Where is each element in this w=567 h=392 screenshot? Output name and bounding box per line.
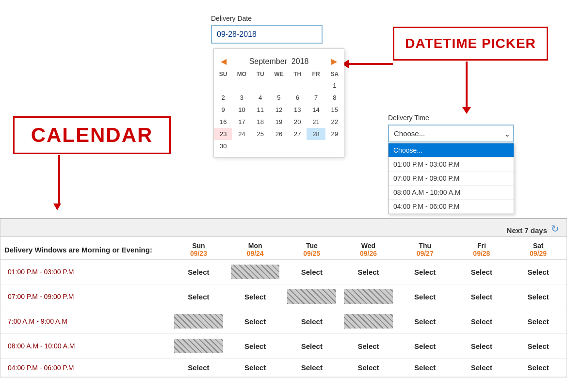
schedule-select-button[interactable]: Select (510, 309, 567, 334)
day-date-sat: 09/29 (514, 250, 563, 257)
schedule-select-button[interactable]: Select (397, 309, 454, 334)
schedule-select-button[interactable]: Select (510, 260, 567, 284)
schedule-col-mon: Mon 09/24 (227, 237, 284, 260)
calendar-day-cell (232, 79, 251, 92)
calendar-day-cell[interactable]: 11 (251, 104, 270, 116)
delivery-time-label: Delivery Time (388, 114, 514, 122)
calendar-day-cell[interactable]: 26 (270, 128, 288, 140)
schedule-section: Next 7 days ↻ Delivery Windows are Morni… (0, 218, 567, 377)
dropdown-option-0800[interactable]: 08:00 A.M - 10:00 A.M (389, 186, 514, 200)
schedule-select-button[interactable]: Select (340, 260, 397, 284)
dropdown-option-choose[interactable]: Choose... (389, 143, 514, 157)
day-name-wed: Wed (361, 242, 375, 250)
schedule-select-button[interactable]: Select (454, 284, 510, 309)
delivery-time-section: Delivery Time Choose... 01:00 P.M - 03:0… (388, 114, 514, 142)
calendar-day-cell[interactable]: 6 (288, 92, 307, 104)
calendar-label-box: CALENDAR (13, 116, 171, 154)
schedule-select-button[interactable]: Select (283, 359, 340, 377)
arrow-line-horizontal (347, 63, 393, 65)
schedule-select-button[interactable]: Select (454, 359, 510, 377)
schedule-select-button[interactable]: Select (283, 334, 340, 359)
calendar-body: 1234567891011121314151617181920212223242… (214, 79, 344, 152)
schedule-time-label: 07:00 P.M - 09:00 P.M (0, 284, 170, 309)
schedule-select-button[interactable]: Select (510, 359, 567, 377)
calendar-day-cell[interactable]: 27 (288, 128, 307, 140)
schedule-select-button[interactable]: Select (170, 260, 227, 284)
calendar-day-cell[interactable]: 16 (214, 116, 232, 128)
calendar-day-cell[interactable]: 10 (232, 104, 251, 116)
calendar-day-cell[interactable]: 7 (307, 92, 325, 104)
schedule-select-button[interactable]: Select (397, 284, 454, 309)
schedule-select-button[interactable]: Select (397, 334, 454, 359)
schedule-hatched-cell (283, 284, 340, 309)
calendar-day-cell[interactable]: 25 (251, 128, 270, 140)
delivery-time-dropdown: Choose... 01:00 P.M - 03:00 P.M 07:00 P.… (388, 143, 514, 214)
calendar-day-cell[interactable]: 15 (325, 104, 344, 116)
calendar-day-cell[interactable]: 28 (307, 128, 325, 140)
prev-month-button[interactable]: ◀ (219, 57, 228, 66)
calendar-day-cell (270, 79, 288, 92)
calendar-day-cell[interactable]: 14 (307, 104, 325, 116)
schedule-select-button[interactable]: Select (227, 284, 284, 309)
calendar-day-cell[interactable]: 23 (214, 128, 232, 140)
calendar-day-cell (307, 140, 325, 152)
calendar-day-cell[interactable]: 17 (232, 116, 251, 128)
schedule-select-button[interactable]: Select (283, 309, 340, 334)
schedule-select-button[interactable]: Select (227, 359, 284, 377)
schedule-select-button[interactable]: Select (227, 309, 284, 334)
calendar-day-cell[interactable]: 30 (214, 140, 232, 152)
calendar-day-cell[interactable]: 3 (232, 92, 251, 104)
calendar-day-cell (288, 140, 307, 152)
calendar-day-cell[interactable]: 18 (251, 116, 270, 128)
delivery-date-input[interactable] (211, 25, 323, 44)
schedule-select-button[interactable]: Select (283, 260, 340, 284)
calendar-day-cell[interactable]: 13 (288, 104, 307, 116)
calendar-day-cell[interactable]: 22 (325, 116, 344, 128)
schedule-select-button[interactable]: Select (397, 260, 454, 284)
schedule-select-button[interactable]: Select (340, 334, 397, 359)
calendar-day-cell[interactable]: 4 (251, 92, 270, 104)
calendar-day-cell (214, 79, 232, 92)
schedule-select-button[interactable]: Select (454, 260, 510, 284)
calendar-day-cell[interactable]: 2 (214, 92, 232, 104)
next-month-button[interactable]: ▶ (329, 57, 339, 66)
schedule-select-button[interactable]: Select (397, 359, 454, 377)
calendar-day-cell[interactable]: 8 (325, 92, 344, 104)
calendar-day-cell[interactable]: 1 (325, 79, 344, 92)
calendar-week-row: 1 (214, 79, 344, 92)
calendar-day-cell[interactable]: 29 (325, 128, 344, 140)
schedule-header-row: Next 7 days ↻ (0, 219, 567, 237)
calendar-day-cell[interactable]: 21 (307, 116, 325, 128)
schedule-select-button[interactable]: Select (454, 309, 510, 334)
day-date-tue: 09/25 (287, 250, 336, 257)
refresh-icon[interactable]: ↻ (551, 223, 559, 235)
calendar-widget: ◀ September 2018 ▶ SU MO TU WE TH FR SA … (213, 48, 344, 157)
schedule-table: Delivery Windows are Morning or Evening:… (0, 237, 567, 377)
calendar-day-cell[interactable]: 12 (270, 104, 288, 116)
schedule-body: 01:00 P.M - 03:00 P.MSelectSelectSelectS… (0, 260, 567, 377)
schedule-select-button[interactable]: Select (510, 334, 567, 359)
schedule-select-button[interactable]: Select (227, 334, 284, 359)
calendar-day-cell[interactable]: 24 (232, 128, 251, 140)
calendar-day-cell[interactable]: 5 (270, 92, 288, 104)
dropdown-option-1600[interactable]: 04:00 P.M - 06:00 P.M (389, 200, 514, 214)
delivery-date-section: Delivery Date (211, 15, 323, 44)
schedule-select-button[interactable]: Select (170, 359, 227, 377)
schedule-select-button[interactable]: Select (454, 334, 510, 359)
schedule-select-button[interactable]: Select (510, 284, 567, 309)
calendar-day-cell[interactable]: 19 (270, 116, 288, 128)
dropdown-option-1900[interactable]: 07:00 P.M - 09:00 P.M (389, 172, 514, 186)
schedule-select-button[interactable]: Select (340, 359, 397, 377)
calendar-day-cell[interactable]: 9 (214, 104, 232, 116)
schedule-col-thu: Thu 09/27 (397, 237, 454, 260)
schedule-row: 04:00 P.M - 06:00 P.MSelectSelectSelectS… (0, 359, 567, 377)
calendar-day-cell (270, 140, 288, 152)
schedule-select-button[interactable]: Select (170, 284, 227, 309)
delivery-time-select[interactable]: Choose... 01:00 P.M - 03:00 P.M 07:00 P.… (388, 125, 514, 142)
dropdown-option-1300[interactable]: 01:00 P.M - 03:00 P.M (389, 157, 514, 172)
calendar-table: SU MO TU WE TH FR SA 1234567891011121314… (214, 69, 344, 152)
schedule-hatched-cell (170, 309, 227, 334)
calendar-day-cell[interactable]: 20 (288, 116, 307, 128)
delivery-time-wrapper: Choose... 01:00 P.M - 03:00 P.M 07:00 P.… (388, 125, 514, 142)
calendar-day-cell (232, 140, 251, 152)
